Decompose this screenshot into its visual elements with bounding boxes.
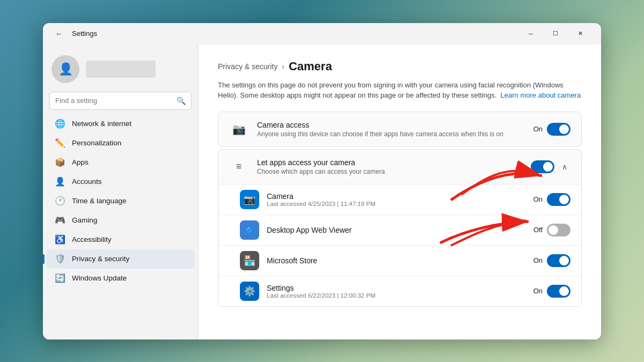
learn-more-link[interactable]: Learn more about camera (501, 91, 581, 99)
camera-access-toggle[interactable] (547, 123, 570, 136)
breadcrumb-parent: Privacy & security (218, 62, 277, 71)
back-button[interactable]: ← (52, 26, 67, 41)
store-app-name: Microsoft Store (267, 256, 526, 265)
sidebar: 👤 🔍 🌐 Network & internet ✏️ Personalizat… (43, 45, 199, 339)
app-row-settings: ⚙️ Settings Last accessed 6/22/2023 | 12… (218, 276, 581, 306)
camera-app-toggle[interactable] (547, 193, 570, 206)
app-row-webviewer: 🔷 Desktop App Web Viewer Off (218, 215, 581, 246)
let-apps-toggle[interactable] (531, 160, 554, 173)
title-bar-left: ← Settings (52, 26, 97, 41)
sidebar-item-privacy[interactable]: 🛡️ Privacy & security (46, 249, 195, 269)
sidebar-item-label: Apps (72, 158, 89, 166)
window-controls: ─ ☐ ✕ (518, 25, 592, 42)
sidebar-item-label: Accessibility (72, 235, 112, 243)
camera-app-toggle-label: On (533, 195, 543, 203)
store-app-toggle[interactable] (547, 254, 570, 267)
time-icon: 🕐 (55, 196, 65, 206)
store-app-right: On (533, 254, 570, 267)
camera-app-name: Camera (267, 192, 526, 201)
let-apps-body: Let apps access your camera Choose which… (257, 158, 509, 175)
store-app-icon: 🏪 (240, 251, 259, 270)
app-list: 📷 Camera Last accessed 4/25/2023 | 11:47… (218, 184, 581, 306)
title-bar: ← Settings ─ ☐ ✕ (43, 23, 601, 45)
settings-window: ← Settings ─ ☐ ✕ 👤 🔍 🌐 Network & interne… (43, 23, 601, 339)
camera-access-toggle-label: On (533, 125, 543, 133)
avatar: 👤 (52, 55, 79, 83)
sidebar-item-label: Network & internet (72, 120, 131, 128)
privacy-icon: 🛡️ (55, 254, 65, 264)
let-apps-title: Let apps access your camera (257, 158, 509, 167)
sidebar-item-accounts[interactable]: 👤 Accounts (46, 172, 195, 191)
settings-app-toggle[interactable] (547, 285, 570, 298)
webviewer-app-right: Off (533, 224, 570, 237)
minimize-button[interactable]: ─ (518, 25, 543, 42)
settings-app-toggle-label: On (533, 287, 543, 295)
webviewer-app-icon: 🔷 (240, 220, 259, 240)
camera-access-card: 📷 Camera access Anyone using this device… (218, 112, 582, 147)
camera-app-icon: 📷 (240, 190, 259, 209)
sidebar-item-time[interactable]: 🕐 Time & language (46, 191, 195, 211)
let-apps-icon: ≡ (229, 157, 248, 176)
camera-access-row: 📷 Camera access Anyone using this device… (218, 112, 581, 146)
let-apps-right: On ∧ (517, 160, 570, 173)
camera-app-sub: Last accessed 4/25/2023 | 11:47:19 PM (267, 201, 526, 207)
accessibility-icon: ♿ (55, 234, 65, 245)
camera-access-icon: 📷 (229, 120, 248, 139)
sidebar-item-label: Gaming (72, 216, 97, 224)
profile-name-box (86, 61, 156, 78)
settings-app-right: On (533, 285, 570, 298)
let-apps-card: ≡ Let apps access your camera Choose whi… (218, 149, 582, 307)
sidebar-item-label: Personalization (72, 139, 121, 147)
sidebar-item-label: Accounts (72, 178, 102, 186)
settings-app-sub: Last accessed 6/22/2023 | 12:00:32 PM (267, 292, 526, 299)
gaming-icon: 🎮 (55, 215, 65, 226)
sidebar-item-network[interactable]: 🌐 Network & internet (46, 114, 195, 134)
maximize-button[interactable]: ☐ (543, 25, 568, 42)
webviewer-app-toggle-label: Off (533, 226, 543, 234)
apps-icon: 📦 (55, 157, 65, 168)
sidebar-item-label: Time & language (72, 197, 127, 205)
sidebar-item-label: Privacy & security (72, 255, 129, 263)
store-app-body: Microsoft Store (267, 256, 526, 265)
sidebar-item-label: Windows Update (72, 274, 127, 282)
sidebar-item-personalization[interactable]: ✏️ Personalization (46, 134, 195, 153)
search-input[interactable] (55, 97, 177, 105)
app-row-camera: 📷 Camera Last accessed 4/25/2023 | 11:47… (218, 184, 581, 215)
network-icon: 🌐 (55, 119, 65, 129)
search-box: 🔍 (49, 92, 192, 110)
window-title: Settings (72, 29, 97, 38)
camera-app-right: On (533, 193, 570, 206)
webviewer-app-body: Desktop App Web Viewer (267, 226, 526, 234)
search-icon[interactable]: 🔍 (177, 97, 186, 105)
camera-access-subtitle: Anyone using this device can choose if t… (257, 130, 525, 138)
app-row-store: 🏪 Microsoft Store On (218, 246, 581, 276)
sidebar-item-apps[interactable]: 📦 Apps (46, 153, 195, 172)
content-area: 👤 🔍 🌐 Network & internet ✏️ Personalizat… (43, 45, 601, 339)
breadcrumb-sep: › (282, 62, 284, 71)
webviewer-app-name: Desktop App Web Viewer (267, 226, 526, 234)
settings-app-name: Settings (267, 284, 526, 292)
accounts-icon: 👤 (55, 176, 65, 187)
update-icon: 🔄 (55, 273, 65, 284)
settings-app-body: Settings Last accessed 6/22/2023 | 12:00… (267, 284, 526, 299)
sidebar-item-update[interactable]: 🔄 Windows Update (46, 269, 195, 288)
let-apps-row: ≡ Let apps access your camera Choose whi… (218, 150, 581, 184)
webviewer-app-toggle[interactable] (547, 224, 570, 237)
camera-access-right: On (533, 123, 570, 136)
expand-button[interactable]: ∧ (559, 161, 570, 172)
camera-access-title: Camera access (257, 121, 525, 129)
camera-access-body: Camera access Anyone using this device c… (257, 121, 525, 138)
let-apps-subtitle: Choose which apps can access your camera (257, 168, 509, 175)
sidebar-item-gaming[interactable]: 🎮 Gaming (46, 211, 195, 230)
settings-app-icon: ⚙️ (240, 282, 259, 301)
close-button[interactable]: ✕ (568, 25, 592, 42)
main-content: Privacy & security › Camera The settings… (199, 45, 601, 339)
personalization-icon: ✏️ (55, 138, 65, 149)
sidebar-item-accessibility[interactable]: ♿ Accessibility (46, 230, 195, 249)
let-apps-toggle-label: On (517, 162, 526, 171)
breadcrumb: Privacy & security › Camera (218, 60, 582, 73)
page-description: The settings on this page do not prevent… (218, 80, 582, 101)
camera-app-body: Camera Last accessed 4/25/2023 | 11:47:1… (267, 192, 526, 207)
store-app-toggle-label: On (533, 256, 543, 264)
breadcrumb-current: Camera (289, 60, 332, 73)
